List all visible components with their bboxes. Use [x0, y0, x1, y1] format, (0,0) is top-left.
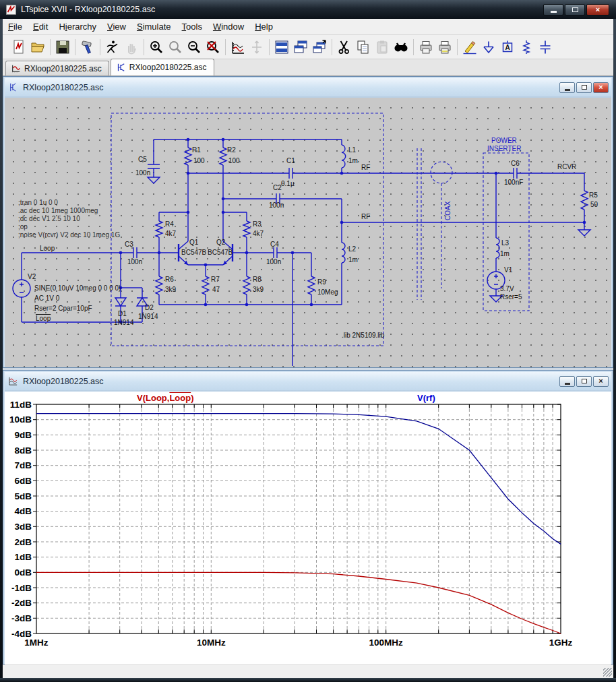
control-panel-icon[interactable]	[78, 38, 97, 57]
waveform-window[interactable]: RXloop20180225.asc × 11dB10dB9dB8dB7dB6d…	[3, 370, 613, 664]
schematic-text: 4k7	[165, 230, 176, 237]
schematic-canvas[interactable]: ;tran 0 1u 0 0.ac dec 10 1meg 1000meg;dc…	[5, 98, 611, 367]
schematic-text: 1N914	[138, 313, 158, 320]
resistor-icon[interactable]	[517, 38, 536, 57]
schematic-window-title-bar[interactable]: RXloop20180225.asc ×	[5, 78, 611, 96]
schematic-text: R6	[165, 276, 174, 283]
waveform-restore-button[interactable]	[576, 376, 592, 387]
spice-directive: .ac dec 10 1meg 1000meg	[18, 207, 98, 214]
resize-grip[interactable]	[603, 668, 612, 677]
paste-icon[interactable]	[373, 38, 392, 57]
schematic-text: 1m	[348, 256, 358, 264]
schematic-text: 50	[590, 201, 598, 208]
halt-icon[interactable]	[122, 38, 141, 57]
menu-item-view[interactable]: View	[102, 20, 131, 34]
spice-directive: ;dc dec V1 2.5 10 10	[18, 215, 80, 222]
plot-ticks	[33, 404, 561, 633]
schematic-text: 100nF	[504, 179, 523, 186]
schematic-text: SINE(0 10uV 10meg 0 0 0 0)	[34, 284, 121, 292]
menu-item-file[interactable]: File	[3, 20, 28, 34]
svg-text:11dB: 11dB	[10, 400, 32, 410]
svg-text:-3dB: -3dB	[11, 613, 32, 623]
zoom-in-icon[interactable]	[147, 38, 166, 57]
svg-text:3dB: 3dB	[14, 522, 32, 532]
waveform-close-button[interactable]: ×	[593, 376, 609, 387]
schematic-text: Q2	[216, 239, 225, 246]
legend-entry[interactable]: V(rf)	[417, 393, 435, 403]
waveform-plot-area[interactable]: 11dB10dB9dB8dB7dB6dB5dB4dB3dB2dB1dB0dB-1…	[5, 392, 611, 666]
autorange-icon[interactable]	[247, 38, 266, 57]
find-icon[interactable]	[392, 38, 410, 57]
schematic-text: COAX	[444, 202, 452, 220]
tab-bar: RXloop20180225.ascRXloop20180225.asc	[3, 59, 613, 76]
toolbar-separator	[225, 39, 226, 55]
schematic-text: 100n	[269, 202, 284, 209]
spice-directive: ;tran 0 1u 0 0	[18, 199, 58, 206]
schematic-text: 3k9	[253, 286, 264, 293]
window-frame-bottom	[0, 678, 616, 682]
copy-icon[interactable]	[354, 38, 373, 57]
print-icon[interactable]	[417, 38, 435, 57]
menu-item-tools[interactable]: Tools	[177, 20, 208, 34]
schematic-text: Loop	[36, 315, 51, 322]
waveform-window-title-bar[interactable]: RXloop20180225.asc ×	[5, 372, 611, 390]
menu-item-hierarchy[interactable]: Hierarchy	[53, 20, 102, 34]
tab-waveform-rxloop20180225.asc[interactable]: RXloop20180225.asc	[5, 61, 109, 75]
print-setup-icon[interactable]	[435, 38, 454, 57]
schematic-close-button[interactable]: ×	[593, 82, 609, 93]
legend-entry[interactable]: V(Loop,Loop)	[137, 393, 194, 403]
svg-text:0dB: 0dB	[14, 567, 32, 578]
schematic-window-title: RXloop20180225.asc	[23, 83, 104, 92]
save-icon[interactable]	[53, 38, 72, 57]
schematic-window[interactable]: RXloop20180225.asc × ;tran 0 1u 0 0.ac d…	[3, 76, 613, 368]
schematic-text: 10Meg	[317, 288, 338, 296]
close-button[interactable]: ×	[586, 4, 609, 16]
svg-text:9dB: 9dB	[14, 430, 32, 440]
plot-settings-icon[interactable]	[228, 38, 247, 57]
menu-item-simulate[interactable]: Simulate	[131, 20, 177, 34]
tile-windows-icon[interactable]	[272, 38, 291, 57]
window-title: LTspice XVII - RXloop20180225.asc	[21, 5, 155, 14]
tab-schematic-rxloop20180225.asc[interactable]: RXloop20180225.asc	[111, 59, 214, 75]
toolbar-separator	[100, 39, 100, 55]
new-schematic-icon[interactable]	[9, 38, 28, 57]
ground-icon[interactable]	[479, 38, 498, 57]
menu-item-window[interactable]: Window	[208, 20, 249, 34]
schematic-text: Q1	[189, 239, 198, 246]
waveform-window-controls: ×	[559, 376, 609, 387]
main-title-bar[interactable]: LTspice XVII - RXloop20180225.asc ×	[0, 0, 616, 19]
schematic-minimize-button[interactable]	[559, 82, 575, 93]
schematic-restore-button[interactable]	[576, 82, 592, 93]
svg-text:1GHz: 1GHz	[549, 638, 573, 648]
ltspice-window: LTspice XVII - RXloop20180225.asc × File…	[0, 0, 616, 682]
menu-item-help[interactable]: Help	[249, 20, 278, 34]
open-file-icon[interactable]	[28, 38, 47, 57]
zoom-extents-icon[interactable]	[204, 38, 222, 57]
cascade-new-icon[interactable]	[310, 38, 329, 57]
waveform-minimize-button[interactable]	[559, 376, 575, 387]
cut-icon[interactable]	[335, 38, 354, 57]
maximize-button[interactable]	[565, 4, 585, 16]
minimize-button[interactable]	[543, 4, 563, 16]
wire-pencil-icon[interactable]	[460, 38, 479, 57]
schematic-text: 1m	[500, 250, 510, 257]
svg-text:4dB: 4dB	[14, 506, 32, 516]
waveform-icon	[7, 376, 19, 386]
zoom-back-icon[interactable]	[166, 38, 185, 57]
zoom-out-icon[interactable]	[185, 38, 204, 57]
schematic-text: C3	[125, 241, 133, 248]
svg-text:-2dB: -2dB	[11, 598, 32, 608]
run-icon[interactable]	[103, 38, 122, 57]
schematic-text: 100n	[135, 169, 150, 177]
capacitor-icon[interactable]	[536, 38, 555, 57]
toolbar-separator	[457, 39, 458, 55]
menu-item-edit[interactable]: Edit	[28, 20, 53, 34]
tab-label: RXloop20180225.asc	[129, 63, 207, 72]
schematic-icon	[7, 82, 19, 92]
schematic-text: BC547B	[181, 249, 206, 256]
schematic-text: RF	[361, 213, 370, 220]
net-label-icon[interactable]: A	[498, 38, 517, 57]
cascade-windows-icon[interactable]	[291, 38, 310, 57]
schematic-text: 0.1µ	[281, 180, 295, 187]
schematic-text: R7	[211, 276, 220, 283]
